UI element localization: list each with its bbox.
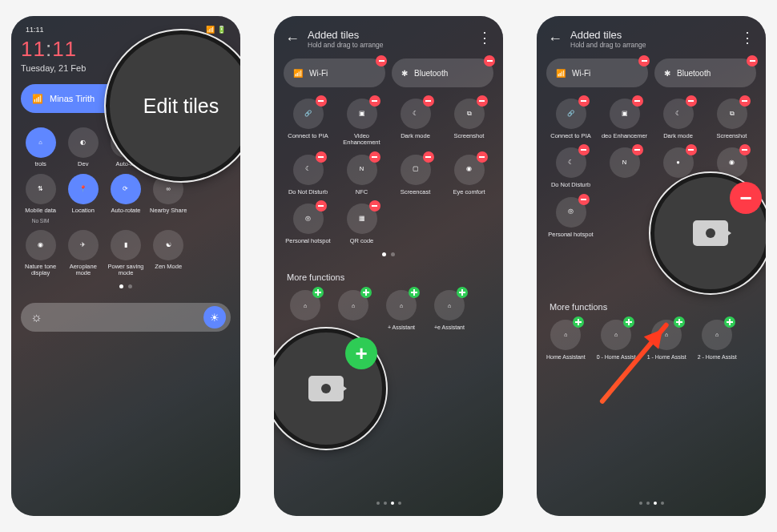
add-badge-icon[interactable] <box>312 287 324 298</box>
remove-badge-icon[interactable] <box>686 144 697 155</box>
tile-label: NFC <box>356 189 368 195</box>
added-tile[interactable]: 🔗Connect to PIA <box>546 99 595 139</box>
more-icon[interactable]: ⋮ <box>740 29 755 46</box>
add-badge-icon[interactable] <box>457 287 468 298</box>
remove-badge-icon[interactable] <box>423 151 434 163</box>
function-tile[interactable]: ⌂+ Assistant <box>386 290 417 330</box>
back-icon[interactable]: ← <box>285 30 300 47</box>
added-tile[interactable]: ▣deo Enhancemer <box>600 99 649 139</box>
added-tile[interactable]: ▦QR code <box>337 204 386 244</box>
function-icon: ⌂ <box>386 290 417 320</box>
add-badge-icon[interactable] <box>573 316 584 328</box>
tile-icon: ☾ <box>401 99 431 129</box>
qs-tile[interactable]: ⟳Auto-rotate <box>106 174 145 223</box>
wide-tile[interactable]: ✱Bluetooth <box>392 58 493 87</box>
tile-icon: ◉ <box>454 155 485 185</box>
wide-tile-label: Bluetooth <box>677 69 711 78</box>
remove-badge-icon[interactable] <box>316 151 327 163</box>
added-tile[interactable]: N <box>600 147 649 188</box>
tile-label: Eye comfort <box>453 189 485 195</box>
remove-badge-icon[interactable] <box>484 55 495 66</box>
remove-badge-icon[interactable] <box>638 55 650 66</box>
function-tile[interactable]: ⌂ <box>338 290 368 330</box>
remove-badge-icon[interactable] <box>316 200 327 212</box>
qs-tile[interactable]: 📍Location <box>63 174 103 223</box>
function-tile[interactable]: ⌂0 - Home Assist <box>597 320 636 360</box>
qs-tile[interactable]: ◐Dev <box>63 127 103 167</box>
tile-icon: ◎ <box>556 197 586 228</box>
remove-badge-icon[interactable] <box>477 151 488 163</box>
remove-badge-icon[interactable] <box>632 144 643 155</box>
brightness-slider[interactable]: ☼ ☀ <box>21 303 231 332</box>
tile-icon: ▦ <box>347 204 377 234</box>
header-subtitle: Hold and drag to arrange <box>570 41 646 49</box>
tile-icon: ☯ <box>153 230 183 260</box>
qs-tile[interactable]: ⌂trols <box>21 127 60 167</box>
tile-icon: ⧉ <box>454 99 485 129</box>
added-tile[interactable]: ▢Screencast <box>391 155 440 195</box>
added-tile[interactable]: ⧉Screenshot <box>445 99 493 147</box>
qs-tile[interactable]: ▮Power saving mode <box>106 230 145 277</box>
remove-badge-icon[interactable] <box>369 151 380 163</box>
add-badge-icon[interactable] <box>724 316 735 328</box>
remove-badge-icon[interactable] <box>747 55 758 66</box>
brightness-high-icon[interactable]: ☀ <box>203 306 226 328</box>
added-tile[interactable]: 🔗Connect to PIA <box>284 99 332 147</box>
added-tile[interactable]: ☾Do Not Disturb <box>284 155 332 195</box>
back-icon[interactable]: ← <box>548 30 562 47</box>
bottom-page-indicator <box>274 502 503 505</box>
qs-tile[interactable]: ⇅Mobile dataNo SIM <box>21 174 60 223</box>
function-icon: ⌂ <box>601 320 631 350</box>
status-time: 11:11 <box>26 26 44 34</box>
remove-badge-icon[interactable] <box>316 95 327 107</box>
remove-badge-icon[interactable] <box>739 144 751 155</box>
function-icon: ⌂ <box>550 320 581 350</box>
remove-badge-icon[interactable] <box>376 55 387 66</box>
added-tile[interactable]: NNFC <box>337 155 386 195</box>
brightness-low-icon: ☼ <box>30 310 42 324</box>
wide-tile[interactable]: 📶Wi-Fi <box>284 58 385 87</box>
remove-badge-icon[interactable] <box>632 95 643 107</box>
qs-tile[interactable]: ☯Zen Mode <box>149 230 188 277</box>
added-tile[interactable]: ☾Dark mode <box>391 99 440 147</box>
wide-tile[interactable]: ✱Bluetooth <box>654 58 756 87</box>
qs-tile[interactable]: ◉Nature tone display <box>21 230 60 277</box>
function-tile[interactable]: ⌂2 - Home Assist <box>698 320 737 360</box>
tile-icon: ⌂ <box>26 127 56 158</box>
add-badge-icon[interactable] <box>409 287 420 298</box>
remove-badge-icon[interactable] <box>369 200 380 212</box>
qs-tile[interactable]: ∞Nearby Share <box>149 174 188 223</box>
added-tile[interactable]: ☾Dark mode <box>654 99 703 139</box>
added-tile[interactable]: ◎Personal hotspot <box>546 197 595 238</box>
function-icon: ⌂ <box>434 290 465 320</box>
add-badge-icon[interactable] <box>623 316 634 328</box>
tile-label: Personal hotspot <box>285 238 330 244</box>
add-badge-icon[interactable] <box>674 316 685 328</box>
remove-badge-icon[interactable] <box>686 95 697 107</box>
remove-badge-icon[interactable] <box>739 95 751 107</box>
remove-badge-icon[interactable] <box>578 144 590 155</box>
qs-tile[interactable]: ✈Aeroplane mode <box>63 230 103 277</box>
more-icon[interactable]: ⋮ <box>477 29 492 46</box>
function-tile[interactable]: ⌂+e Assistant <box>434 290 465 330</box>
function-tile[interactable]: ⌂Home Assistant <box>546 320 586 360</box>
added-tile[interactable]: ⧉Screenshot <box>707 99 756 139</box>
remove-badge-icon[interactable] <box>578 194 590 205</box>
wide-tile[interactable]: 📶Wi-Fi <box>546 58 648 87</box>
plus-badge-icon: + <box>345 337 377 369</box>
wide-tiles-row: 📶Wi-Fi✱Bluetooth <box>546 58 756 87</box>
added-tile[interactable]: ▣Video Enhancement <box>337 99 386 147</box>
added-tile[interactable]: ☾Do Not Disturb <box>546 147 595 188</box>
remove-badge-icon[interactable] <box>423 95 434 107</box>
added-tile[interactable]: ◎Personal hotspot <box>284 204 332 244</box>
tile-icon: ⇅ <box>26 174 56 204</box>
tile-label: Screenshot <box>717 133 747 139</box>
tile-icon: ☾ <box>663 99 694 129</box>
remove-badge-icon[interactable] <box>369 95 380 107</box>
add-badge-icon[interactable] <box>360 287 372 298</box>
remove-badge-icon[interactable] <box>578 95 590 107</box>
function-tile[interactable]: ⌂ <box>290 290 320 330</box>
remove-badge-icon[interactable] <box>477 95 488 107</box>
added-tile[interactable]: ◉Eye comfort <box>445 155 493 195</box>
callout-label: Edit tiles <box>143 95 219 118</box>
